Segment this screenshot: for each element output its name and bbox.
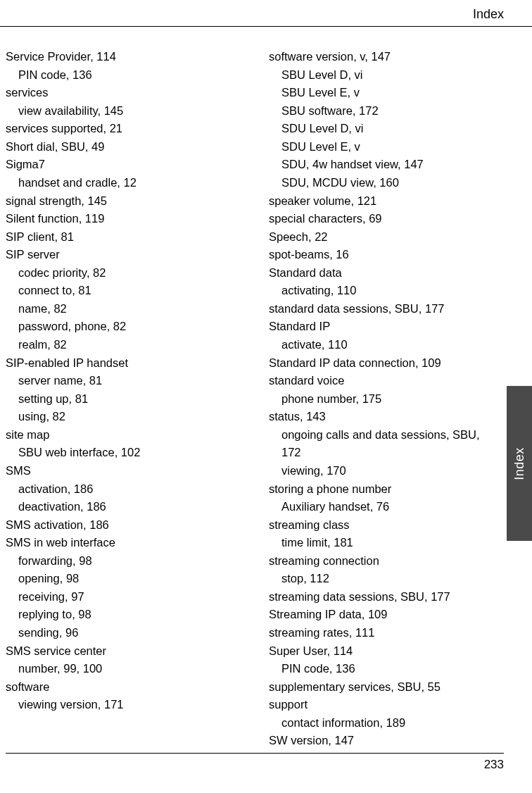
index-entry: SIP-enabled IP handset <box>6 354 241 373</box>
index-entry: SDU, MCDU view, 160 <box>269 174 504 192</box>
index-entry: Streaming IP data, 109 <box>269 606 504 624</box>
index-entry: Speech, 22 <box>269 228 504 246</box>
index-entry: PIN code, 136 <box>269 660 504 678</box>
index-entry: SBU web interface, 102 <box>6 444 241 462</box>
index-entry: streaming connection <box>269 552 504 570</box>
index-entry: speaker volume, 121 <box>269 192 504 211</box>
side-tab-label: Index <box>512 447 527 480</box>
index-entry: contact information, 189 <box>269 714 504 732</box>
index-entry: activate, 110 <box>269 336 504 354</box>
index-entry: SDU Level E, v <box>269 138 504 156</box>
index-entry: SW version, 147 <box>269 732 504 750</box>
index-entry: services <box>6 84 241 102</box>
index-entry: setting up, 81 <box>6 390 241 408</box>
index-column-left: Service Provider, 114PIN code, 136servic… <box>6 48 241 750</box>
index-entry: site map <box>6 426 241 444</box>
index-entry: SMS activation, 186 <box>6 516 241 535</box>
index-entry: SDU Level D, vi <box>269 120 504 138</box>
index-entry: Short dial, SBU, 49 <box>6 138 241 156</box>
index-entry: Silent function, 119 <box>6 210 241 228</box>
index-entry: SMS in web interface <box>6 534 241 552</box>
index-entry: storing a phone number <box>269 480 504 499</box>
index-entry: SIP client, 81 <box>6 228 241 246</box>
index-entry: Service Provider, 114 <box>6 48 241 66</box>
index-entry: SBU Level D, vi <box>269 66 504 85</box>
index-entry: SBU Level E, v <box>269 84 504 102</box>
index-entry: time limit, 181 <box>269 534 504 552</box>
index-content: Service Provider, 114PIN code, 136servic… <box>0 27 532 750</box>
page-footer: 233 <box>6 753 504 772</box>
index-entry: deactivation, 186 <box>6 498 241 516</box>
index-entry: password, phone, 82 <box>6 318 241 336</box>
index-entry: Standard IP data connection, 109 <box>269 354 504 373</box>
index-column-right: software version, v, 147SBU Level D, viS… <box>269 48 504 750</box>
index-entry: PIN code, 136 <box>6 66 241 85</box>
index-entry: server name, 81 <box>6 372 241 390</box>
index-entry: forwarding, 98 <box>6 552 241 570</box>
index-entry: supplementary services, SBU, 55 <box>269 678 504 697</box>
index-entry: stop, 112 <box>269 570 504 588</box>
index-entry: replying to, 98 <box>6 606 241 624</box>
index-entry: handset and cradle, 12 <box>6 174 241 192</box>
index-entry: opening, 98 <box>6 570 241 588</box>
index-entry: SDU, 4w handset view, 147 <box>269 156 504 174</box>
index-entry: SBU software, 172 <box>269 102 504 120</box>
index-entry: Standard IP <box>269 318 504 336</box>
index-entry: streaming data sessions, SBU, 177 <box>269 588 504 606</box>
page-number: 233 <box>484 758 504 771</box>
index-entry: viewing version, 171 <box>6 696 241 714</box>
index-entry: receiving, 97 <box>6 588 241 606</box>
index-entry: standard data sessions, SBU, 177 <box>269 300 504 318</box>
index-entry: status, 143 <box>269 408 504 426</box>
index-entry: view availability, 145 <box>6 102 241 120</box>
index-entry: phone number, 175 <box>269 390 504 408</box>
index-entry: SMS service center <box>6 642 241 661</box>
header-title: Index <box>473 7 504 21</box>
index-entry: activating, 110 <box>269 282 504 300</box>
index-entry: Sigma7 <box>6 156 241 174</box>
index-entry: SMS <box>6 462 241 480</box>
index-entry: using, 82 <box>6 408 241 426</box>
index-entry: activation, 186 <box>6 480 241 499</box>
page-header: Index <box>0 0 532 27</box>
index-entry: software version, v, 147 <box>269 48 504 66</box>
index-entry: realm, 82 <box>6 336 241 354</box>
index-entry: number, 99, 100 <box>6 660 241 678</box>
index-entry: software <box>6 678 241 697</box>
index-entry: SIP server <box>6 246 241 264</box>
index-entry: sending, 96 <box>6 624 241 642</box>
index-entry: standard voice <box>269 372 504 390</box>
index-entry: streaming class <box>269 516 504 535</box>
index-entry: codec priority, 82 <box>6 264 241 282</box>
index-entry: support <box>269 696 504 714</box>
index-entry: viewing, 170 <box>269 462 504 480</box>
side-tab: Index <box>507 386 532 541</box>
index-entry: spot-beams, 16 <box>269 246 504 264</box>
index-entry: 172 <box>269 444 504 462</box>
index-entry: services supported, 21 <box>6 120 241 138</box>
index-entry: ongoing calls and data sessions, SBU, <box>269 426 504 444</box>
index-entry: Auxiliary handset, 76 <box>269 498 504 516</box>
index-entry: special characters, 69 <box>269 210 504 228</box>
index-entry: streaming rates, 111 <box>269 624 504 642</box>
index-entry: signal strength, 145 <box>6 192 241 211</box>
index-entry: connect to, 81 <box>6 282 241 300</box>
index-entry: Standard data <box>269 264 504 282</box>
index-entry: Super User, 114 <box>269 642 504 661</box>
index-entry: name, 82 <box>6 300 241 318</box>
